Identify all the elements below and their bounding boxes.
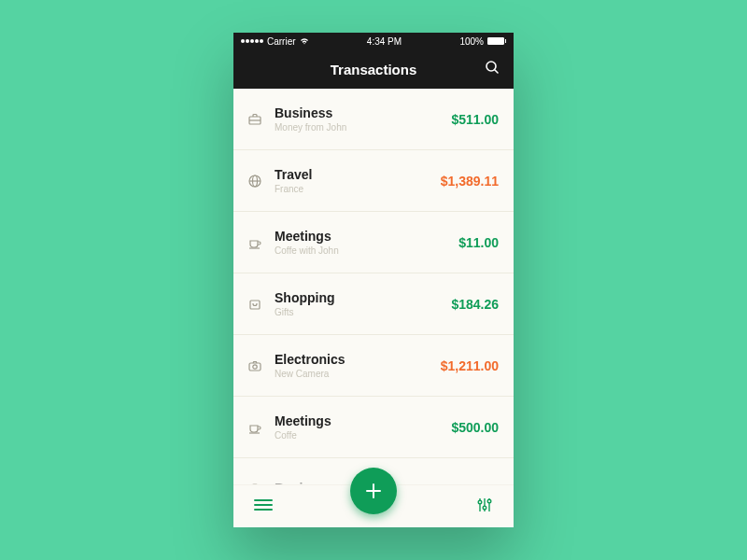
carrier-label: Carrier: [267, 36, 296, 47]
transaction-amount: $511.00: [451, 112, 499, 127]
plus-icon: [363, 481, 384, 501]
transaction-amount: $11.00: [458, 235, 499, 250]
transaction-text: MeetingsCoffe with John: [275, 229, 447, 256]
menu-icon[interactable]: [254, 498, 273, 515]
transaction-subtitle: Coffe: [275, 430, 440, 441]
transaction-subtitle: Coffe with John: [275, 245, 447, 256]
search-icon[interactable]: [484, 59, 500, 79]
transaction-row[interactable]: TravelFrance$1,389.11: [233, 150, 514, 212]
transaction-row[interactable]: ShoppingGifts$184.26: [233, 273, 514, 335]
transaction-amount: $500.00: [451, 420, 499, 435]
battery-percent-label: 100%: [459, 36, 484, 47]
transaction-text: ElectronicsNew Camera: [275, 352, 430, 379]
battery-icon: [487, 37, 506, 45]
clock-label: 4:34 PM: [367, 36, 402, 47]
transaction-subtitle: Gifts: [275, 307, 440, 317]
cup-icon: [247, 419, 263, 436]
nav-bar: Transactions: [233, 49, 514, 89]
status-right: 100%: [459, 36, 506, 47]
transaction-text: BusinessMoney from John: [275, 105, 440, 133]
signal-dots-icon: [241, 39, 263, 43]
transaction-list[interactable]: BusinessMoney from John$511.00TravelFran…: [233, 89, 514, 484]
wifi-icon: [300, 36, 309, 47]
transaction-text: TravelFrance: [275, 167, 430, 194]
transaction-subtitle: New Camera: [275, 369, 430, 379]
transaction-amount: $1,389.11: [441, 174, 499, 189]
transaction-row[interactable]: ElectronicsNew Camera$1,211.00: [233, 335, 514, 397]
svg-point-22: [487, 499, 491, 503]
svg-point-18: [478, 500, 482, 504]
transaction-row[interactable]: MeetingsCoffe with John$11.00: [233, 212, 514, 273]
transaction-row[interactable]: BusinessMoney from John$511.00: [233, 89, 514, 150]
transaction-title: Meetings: [275, 413, 440, 428]
svg-point-20: [483, 506, 486, 510]
transaction-title: Meetings: [275, 229, 447, 244]
transaction-title: Business: [275, 105, 440, 120]
svg-line-1: [495, 70, 498, 73]
phone-frame: Carrier 4:34 PM 100% Transactions Busine…: [233, 33, 514, 527]
camera-icon: [247, 357, 263, 374]
transaction-amount: $184.26: [451, 297, 499, 312]
status-bar: Carrier 4:34 PM 100%: [233, 33, 514, 49]
transaction-subtitle: France: [275, 184, 430, 194]
status-left: Carrier: [241, 36, 309, 47]
cup-icon: [247, 234, 263, 251]
svg-point-10: [253, 364, 257, 368]
bag-icon: [247, 296, 263, 313]
transaction-amount: $1,211.00: [441, 358, 499, 373]
briefcase-icon: [247, 111, 263, 128]
page-title: Transactions: [331, 62, 417, 77]
svg-rect-8: [250, 301, 260, 309]
transaction-text: MeetingsCoffe: [275, 413, 440, 441]
filter-icon[interactable]: [476, 497, 493, 517]
transaction-title: Shopping: [275, 290, 440, 305]
add-button[interactable]: [350, 468, 397, 514]
globe-icon: [247, 173, 263, 189]
transaction-subtitle: Money from John: [275, 122, 440, 133]
transaction-row[interactable]: MeetingsCoffe$500.00: [233, 397, 514, 458]
transaction-title: Electronics: [275, 352, 430, 367]
transaction-text: ShoppingGifts: [275, 290, 440, 317]
transaction-title: Travel: [275, 167, 430, 182]
